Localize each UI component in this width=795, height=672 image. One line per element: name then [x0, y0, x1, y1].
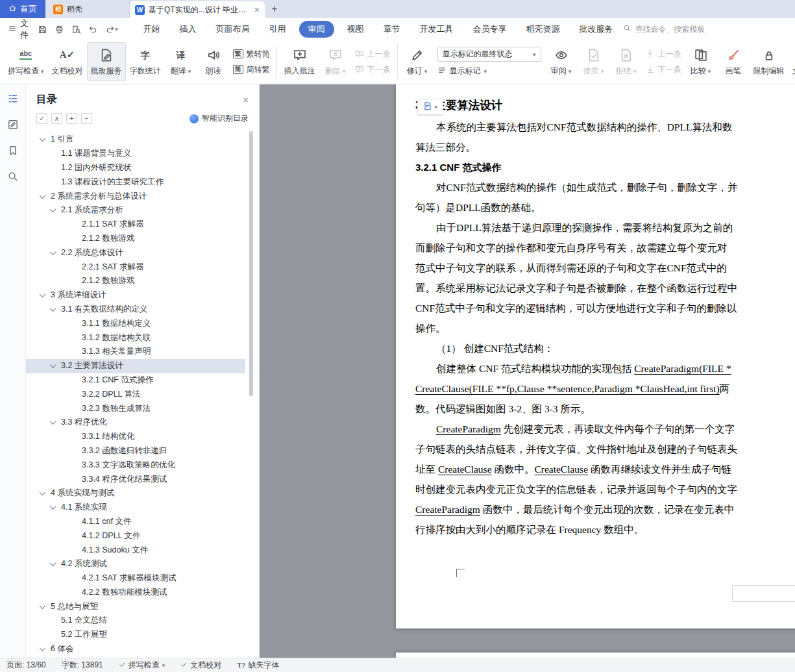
home-tab[interactable]: 首页 — [0, 0, 45, 18]
toc-expand-all-button[interactable]: + — [66, 113, 77, 124]
toc-item-4.2.1[interactable]: 4.2.1 SAT 求解器模块测试 — [26, 571, 245, 586]
toc-item-2.1.1[interactable]: 2.1.1 SAT 求解器 — [26, 218, 245, 232]
track-changes-button[interactable]: 修订▾ — [401, 42, 434, 81]
toc-item-1.3[interactable]: 1.3 课程设计的主要研究工作 — [26, 175, 245, 189]
preview-button[interactable] — [71, 25, 81, 34]
display-marks-combo[interactable]: 显示标记的最终状态▾ — [437, 47, 541, 62]
chevron-down-icon[interactable] — [40, 291, 46, 297]
redo-button[interactable]: ▾ — [105, 25, 118, 34]
chevron-down-icon[interactable] — [50, 418, 56, 425]
toc-item-2.1.2[interactable]: 2.1.2 数独游戏 — [26, 232, 245, 246]
command-search[interactable]: 查找命令、搜索模板 — [623, 24, 705, 35]
translate-button[interactable]: 译翻译▾ — [165, 42, 197, 81]
toc-item-3.1.2[interactable]: 3.1.2 数据结构关联 — [26, 330, 245, 345]
correction-button[interactable]: 批改服务 — [87, 42, 126, 81]
insert-comment-button[interactable]: 插入批注 — [280, 42, 319, 81]
toc-item-1.2[interactable]: 1.2 国内外研究现状 — [26, 161, 245, 175]
prev-comment-button[interactable]: 上一条 — [355, 49, 391, 60]
proofread-button[interactable]: A✓文档校对 — [48, 42, 87, 81]
toc-item-3.3.3[interactable]: 3.3.3 文字选取策略的优化 — [26, 458, 245, 472]
toc-item-3.2.3[interactable]: 3.2.3 数独生成算法 — [26, 401, 245, 416]
menu-tab-3[interactable]: 引用 — [263, 21, 293, 38]
menu-tab-8[interactable]: 会员专享 — [467, 21, 513, 38]
smart-recognize-toc-button[interactable]: 智能识别目录 — [190, 113, 249, 124]
chevron-down-icon[interactable] — [40, 603, 46, 609]
brush-button[interactable]: 画笔 — [717, 42, 750, 81]
accept-button[interactable]: 接受▾ — [578, 42, 610, 81]
menu-tab-5[interactable]: 视图 — [341, 21, 371, 38]
menu-tab-6[interactable]: 章节 — [377, 21, 407, 38]
fan-to-jian-button[interactable]: 繁繁转简 — [233, 49, 270, 60]
toc-item-3.2.2[interactable]: 3.2.2 DPLL 算法 — [26, 387, 245, 401]
toc-item-3.3.1[interactable]: 3.3.1 结构优化 — [26, 430, 245, 444]
toc-item-5.2[interactable]: 5.2 工作展望 — [26, 628, 245, 642]
proofread-status[interactable]: 文档校对 — [180, 660, 221, 671]
strip-search-button[interactable] — [6, 170, 19, 183]
undo-button[interactable] — [88, 25, 98, 34]
toc-item-3.2[interactable]: 3.2 主要算法设计 — [26, 359, 245, 373]
toc-item-6[interactable]: 6 体会 — [26, 642, 245, 656]
menu-tab-1[interactable]: 插入 — [173, 21, 203, 38]
spellcheck-button[interactable]: abc拼写检查▾ — [4, 42, 48, 81]
toc-item-3.1[interactable]: 3.1 有关数据结构的定义 — [26, 303, 245, 317]
toc-item-3[interactable]: 3 系统详细设计 — [26, 288, 245, 303]
toc-collapse-up-button[interactable]: ∧ — [51, 113, 62, 124]
toc-item-2.1.2[interactable]: 2.1.2 数独游戏 — [26, 274, 245, 288]
toc-close-icon[interactable]: × — [243, 94, 249, 105]
chevron-down-icon[interactable] — [50, 503, 56, 510]
toc-item-3.1.1[interactable]: 3.1.1 数据结构定义 — [26, 316, 245, 330]
missing-font-status[interactable]: T? 缺失字体 — [237, 660, 279, 671]
new-tab-button[interactable]: + — [265, 0, 284, 18]
toc-item-4.1[interactable]: 4.1 系统实现 — [26, 501, 245, 515]
restrict-edit-button[interactable]: 限制编辑 — [750, 42, 789, 81]
chevron-down-icon[interactable] — [50, 249, 56, 255]
chevron-down-icon[interactable] — [40, 136, 46, 142]
save-button[interactable] — [38, 25, 47, 34]
chevron-down-icon[interactable] — [40, 192, 46, 199]
doc-permission-button[interactable]: 文档权限 — [789, 42, 795, 81]
menu-tab-4[interactable]: 审阅 — [299, 21, 334, 38]
toc-item-2[interactable]: 2 系统需求分析与总体设计 — [26, 189, 245, 203]
page-indicator[interactable]: 页面: 13/60 — [6, 660, 46, 671]
reject-button[interactable]: 拒绝▾ — [610, 42, 642, 81]
chevron-down-icon[interactable] — [50, 362, 56, 368]
show-marks-button[interactable]: 显示标记▾ — [437, 66, 541, 77]
menu-tab-10[interactable]: 批改服务 — [573, 21, 620, 38]
toc-item-4.1.2[interactable]: 4.1.2 DPLL 文件 — [26, 529, 245, 543]
next-comment-button[interactable]: 下一条 — [355, 64, 391, 75]
wordcount-button[interactable]: 字字数统计 — [126, 42, 165, 81]
toc-item-3.3[interactable]: 3.3 程序优化 — [26, 416, 245, 430]
toc-item-3.3.2[interactable]: 3.3.2 函数递归转非递归 — [26, 444, 245, 458]
toc-item-2.1[interactable]: 2.1 系统需求分析 — [26, 203, 245, 218]
strip-bookmark-button[interactable] — [6, 144, 19, 157]
docer-tab[interactable]: 稻 稻壳 — [45, 0, 130, 18]
menu-tab-7[interactable]: 开发工具 — [413, 21, 460, 38]
print-button[interactable] — [55, 25, 64, 34]
chevron-down-icon[interactable] — [40, 645, 46, 651]
toc-item-2.2[interactable]: 2.2 系统总体设计 — [26, 245, 245, 260]
toc-item-4.2.2[interactable]: 4.2.2 数独功能模块测试 — [26, 586, 245, 600]
toc-item-5.1[interactable]: 5.1 全文总结 — [26, 614, 245, 628]
chevron-down-icon[interactable] — [50, 305, 56, 312]
document-tab[interactable]: W 基于QT实现的...设计 毕业论文 × — [130, 1, 265, 18]
toc-check-button[interactable]: ✓ — [36, 113, 47, 124]
menu-tab-9[interactable]: 稻壳资源 — [520, 21, 567, 38]
toc-item-4.2[interactable]: 4.2 系统测试 — [26, 557, 245, 571]
review-button[interactable]: 审阅▾ — [545, 42, 578, 81]
document-page[interactable]: 3.2 主要算法设计本系统的主要算法包括对CNF范式数据结构的操作、DPLL算法… — [396, 84, 795, 628]
chevron-down-icon[interactable] — [50, 206, 56, 213]
toc-item-3.1.3[interactable]: 3.1.3 相关常量声明 — [26, 345, 245, 359]
compare-button[interactable]: 比较▾ — [685, 42, 717, 81]
toc-item-3.3.4[interactable]: 3.3.4 程序优化结果测试 — [26, 472, 245, 486]
toc-item-3.2.1[interactable]: 3.2.1 CNF 范式操作 — [26, 373, 245, 388]
file-menu-button[interactable]: 文件 — [8, 18, 29, 41]
chevron-down-icon[interactable] — [40, 489, 46, 495]
jian-to-fan-button[interactable]: 简简转繁 — [233, 64, 270, 75]
close-tab-icon[interactable]: × — [254, 5, 260, 15]
strip-annotation-button[interactable] — [6, 118, 19, 131]
comment-indicator-button[interactable]: ▾ — [417, 99, 443, 115]
chevron-down-icon[interactable] — [50, 560, 56, 566]
delete-comment-button[interactable]: 删除▾ — [319, 42, 352, 81]
toc-item-4.1.3[interactable]: 4.1.3 Sudoku 文件 — [26, 543, 245, 557]
next-change-button[interactable]: 下一条 — [646, 64, 681, 75]
